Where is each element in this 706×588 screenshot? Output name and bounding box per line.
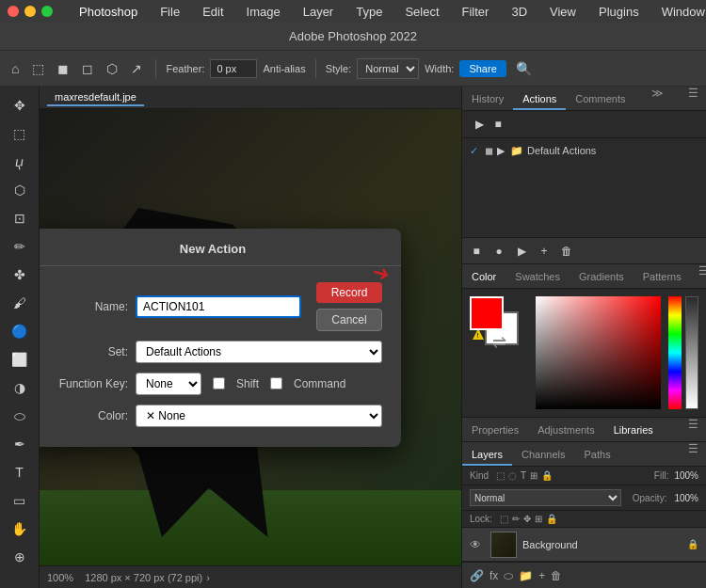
swap-colors-icon[interactable]: ⇌ [492, 332, 506, 353]
dodge-tool[interactable]: ⬭ [7, 403, 33, 429]
link-layers-btn[interactable]: 🔗 [470, 569, 484, 582]
tab-patterns[interactable]: Patterns [634, 264, 691, 288]
color-hue-strip[interactable] [668, 296, 682, 409]
lock-position-icon[interactable]: ✥ [523, 514, 531, 524]
shift-checkbox[interactable] [213, 377, 225, 389]
marquee-icon[interactable]: ⬚ [28, 59, 48, 78]
gradient-tool[interactable]: ◑ [7, 374, 33, 401]
nav-arrow[interactable]: › [206, 572, 210, 583]
actions-record-btn[interactable]: ● [489, 241, 509, 262]
menu-filter[interactable]: Filter [458, 5, 493, 19]
layers-sub-menu[interactable]: ☰ [681, 442, 706, 466]
maximize-button[interactable] [41, 6, 53, 17]
lock-artboard-icon[interactable]: ⊞ [535, 514, 542, 524]
eraser-tool[interactable]: ⬜ [7, 346, 33, 373]
layer-visibility-icon[interactable]: 👁 [470, 538, 485, 551]
menu-3d[interactable]: 3D [507, 5, 531, 19]
tab-color[interactable]: Color [462, 264, 505, 288]
tab-swatches[interactable]: Swatches [505, 264, 570, 288]
toolbar-icon5[interactable]: ↗ [127, 59, 146, 78]
add-mask-btn[interactable]: ⬭ [504, 569, 513, 582]
menu-layer[interactable]: Layer [299, 5, 338, 19]
tab-adjustments[interactable]: Adjustments [528, 418, 604, 441]
color-select[interactable]: ✕ None [136, 405, 382, 427]
search-icon[interactable]: 🔍 [512, 59, 536, 78]
tab-gradients[interactable]: Gradients [570, 264, 634, 288]
tab-paths[interactable]: Paths [575, 442, 620, 466]
text-tool[interactable]: T [7, 459, 33, 485]
selection-tool[interactable]: ⬚ [7, 120, 33, 147]
actions-stop-btn[interactable]: ■ [489, 115, 507, 134]
menu-view[interactable]: View [546, 5, 580, 19]
foreground-color-swatch[interactable] [470, 296, 504, 330]
tab-channels[interactable]: Channels [512, 442, 574, 466]
opacity-strip[interactable] [685, 296, 698, 409]
command-checkbox[interactable] [270, 377, 282, 389]
color-gradient-box[interactable] [536, 296, 661, 409]
close-button[interactable] [8, 6, 19, 17]
lock-all-icon[interactable]: 🔒 [546, 514, 557, 524]
feather-input[interactable] [210, 59, 257, 78]
blend-mode-select[interactable]: Normal [470, 489, 621, 506]
new-layer-btn[interactable]: + [538, 569, 545, 582]
toolbar-icon2[interactable]: ◼ [54, 59, 72, 78]
actions-play-btn2[interactable]: ▶ [511, 241, 532, 262]
tab-layers[interactable]: Layers [462, 442, 512, 466]
new-action-dialog[interactable]: New Action Name: ➜ Record Cancel [40, 229, 401, 447]
tab-properties[interactable]: Properties [462, 418, 528, 441]
home-icon[interactable]: ⌂ [8, 59, 23, 78]
panel-menu-btn[interactable]: ☰ [681, 87, 706, 110]
menu-image[interactable]: Image [243, 5, 284, 19]
canvas-tab[interactable]: maxresdefault.jpe [47, 89, 144, 106]
lasso-tool[interactable]: ⴤ [7, 149, 33, 175]
default-actions-row[interactable]: ✓ ◼ ▶ 📁 Default Actions [462, 138, 706, 163]
kind-icon1[interactable]: ⬚ [496, 470, 505, 481]
actions-play-btn[interactable]: ▶ [470, 115, 489, 134]
magic-wand-tool[interactable]: ⬡ [7, 177, 33, 203]
tab-actions[interactable]: Actions [513, 87, 566, 110]
cancel-button[interactable]: Cancel [316, 309, 382, 331]
actions-new-btn[interactable]: + [534, 241, 554, 262]
menu-file[interactable]: File [156, 5, 184, 19]
menu-plugins[interactable]: Plugins [595, 5, 643, 19]
spot-heal-tool[interactable]: ✤ [7, 262, 33, 288]
lock-transparent-icon[interactable]: ⬚ [500, 514, 508, 524]
delete-layer-btn[interactable]: 🗑 [551, 569, 562, 582]
actions-stop-btn2[interactable]: ■ [466, 241, 487, 262]
move-tool[interactable]: ✥ [7, 92, 33, 119]
tab-history[interactable]: History [462, 87, 513, 110]
set-select[interactable]: Default Actions [136, 341, 382, 363]
tab-libraries[interactable]: Libraries [604, 418, 663, 441]
record-button[interactable]: Record [316, 282, 382, 303]
kind-icon2[interactable]: ◌ [508, 470, 517, 481]
toolbar-icon3[interactable]: ◻ [78, 59, 97, 78]
add-style-btn[interactable]: fx [489, 569, 498, 582]
hand-tool[interactable]: ✋ [7, 516, 33, 542]
share-button[interactable]: Share [459, 60, 505, 77]
menu-type[interactable]: Type [352, 5, 386, 19]
shape-tool[interactable]: ▭ [7, 487, 33, 514]
tab-comments[interactable]: Comments [566, 87, 634, 110]
style-select[interactable]: Normal [357, 58, 419, 79]
eyedropper-tool[interactable]: ✏ [7, 233, 33, 260]
zoom-tool[interactable]: ⊕ [7, 544, 33, 570]
color-panel-menu[interactable]: ☰ [691, 264, 706, 288]
menu-select[interactable]: Select [401, 5, 442, 19]
clone-tool[interactable]: 🔵 [7, 318, 33, 344]
lock-pixel-icon[interactable]: ✏ [512, 514, 520, 524]
actions-delete-btn[interactable]: 🗑 [556, 241, 577, 262]
menu-edit[interactable]: Edit [199, 5, 227, 19]
kind-icon5[interactable]: 🔒 [541, 470, 553, 481]
fkey-select[interactable]: None [136, 373, 201, 395]
layers-panel-menu[interactable]: ☰ [681, 418, 706, 441]
action-name-input[interactable] [136, 295, 301, 318]
menu-photoshop[interactable]: Photoshop [75, 5, 141, 19]
menu-window[interactable]: Window [658, 5, 706, 19]
crop-tool[interactable]: ⊡ [7, 205, 33, 231]
kind-icon4[interactable]: ⊞ [530, 470, 538, 481]
toolbar-icon4[interactable]: ⬡ [103, 59, 121, 78]
new-group-btn[interactable]: 📁 [519, 569, 533, 582]
brush-tool[interactable]: 🖌 [7, 290, 33, 316]
pen-tool[interactable]: ✒ [7, 431, 33, 457]
kind-icon3[interactable]: T [521, 470, 526, 481]
